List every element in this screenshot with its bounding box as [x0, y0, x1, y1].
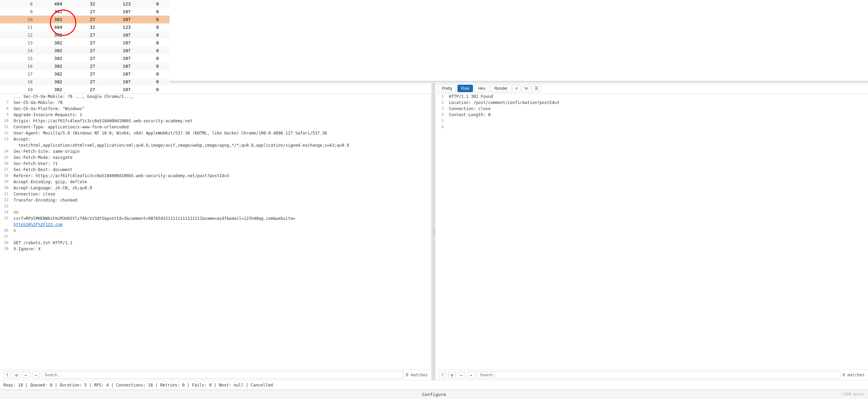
table-row[interactable]: 10 302 27 107 0 — [0, 16, 170, 23]
table-row[interactable]: 13 302 27 107 0 — [0, 39, 170, 47]
table-row[interactable]: 16 302 27 107 0 — [0, 62, 170, 70]
left-code-line: 13Accept: — [0, 136, 431, 143]
table-row[interactable]: 9 302 27 107 0 — [0, 8, 170, 16]
left-code-line: 25csrf=RPalMHEBWbiFmiM3U6SYlzfAbcVzSQt5&… — [0, 216, 431, 222]
line-number: 14 — [0, 149, 12, 154]
left-code-line: 12User-Agent: Mozilla/5.0 (Windows NT 10… — [0, 130, 431, 136]
line-content: Sec-Ch-Ua-Platform: "Windows" — [12, 106, 431, 112]
table-row[interactable]: 14 302 27 107 0 — [0, 47, 170, 55]
line-number: 21 — [0, 192, 12, 197]
left-prev-icon[interactable]: ← — [22, 371, 30, 379]
left-code-line: 10Origin: https://acf61fc4leaf1c3cc0a510… — [0, 118, 431, 124]
left-next-icon[interactable]: → — [32, 371, 39, 379]
left-code-area: ... Sec-Ch-Ua-Mobile: ?0 ..., Google Chr… — [0, 94, 431, 370]
row-id: 8 — [0, 0, 39, 8]
right-tab-newline[interactable]: \n — [522, 85, 531, 92]
row-id: 15 — [0, 55, 39, 62]
line-content: Connection: close — [447, 106, 868, 112]
row-col1: 302 — [39, 70, 77, 78]
line-content: Content-Type: application/x-www-form-url… — [12, 125, 431, 130]
right-tab-raw[interactable]: Raw — [457, 85, 473, 92]
table-row[interactable]: 15 302 27 107 0 — [0, 55, 170, 62]
line-number: 11 — [0, 125, 12, 130]
line-number: 1 — [435, 94, 447, 100]
row-id: 14 — [0, 47, 39, 55]
right-matches-count: 0 matches — [843, 373, 865, 377]
row-col2: 27 — [77, 31, 108, 39]
left-search-input[interactable] — [41, 371, 404, 379]
right-help-icon[interactable]: ? — [439, 371, 446, 379]
row-col1: 302 — [39, 55, 77, 62]
right-search-bar: ? ⚙ ← → 0 matches — [435, 370, 868, 380]
row-id: 17 — [0, 70, 39, 78]
left-code-line: 23 — [0, 204, 431, 210]
right-search-input[interactable] — [477, 371, 841, 379]
left-matches-count: 0 matches — [406, 373, 428, 377]
line-number: 24 — [0, 210, 12, 215]
line-content: Sec-Fetch-Site: same-origin — [12, 149, 431, 154]
row-col3: 107 — [108, 62, 145, 70]
right-tab-menu[interactable]: ☰ — [532, 85, 541, 92]
pane-divider[interactable] — [433, 83, 435, 380]
left-code-line: 21Connection: close — [0, 191, 431, 197]
left-code-line: 28GET /robots.txt HTTP/1.1 — [0, 240, 431, 246]
right-tab-pretty[interactable]: Pretty — [438, 85, 456, 92]
right-prev-icon[interactable]: ← — [458, 371, 465, 379]
table-row[interactable]: 8 404 32 123 0 — [0, 0, 170, 8]
row-col3: 107 — [108, 70, 145, 78]
line-number: 12 — [0, 131, 12, 136]
line-number: 16 — [0, 161, 12, 167]
right-tab-hex[interactable]: Hex — [474, 85, 489, 92]
line-content: ... Sec-Ch-Ua-Mobile: ?0 ..., Google Chr… — [12, 94, 431, 100]
line-number: 29 — [0, 247, 12, 252]
line-content: Sec-Ch-Ua-Mobile: ?0 — [12, 100, 431, 106]
row-col1: 404 — [39, 23, 77, 31]
left-settings-icon[interactable]: ⚙ — [13, 371, 20, 379]
configure-bar[interactable]: Configure — [0, 390, 868, 399]
right-tab-filter[interactable]: ≡ — [513, 85, 520, 92]
row-col3: 123 — [108, 23, 145, 31]
left-code-line: 2488 — [0, 210, 431, 216]
line-number: 15 — [0, 155, 12, 161]
line-content: http%3A%2F%2F123.com — [12, 222, 431, 228]
row-col2: 27 — [77, 86, 108, 93]
line-content: Origin: https://acf61fc4leaf1c3cc0a51040… — [12, 119, 431, 124]
row-col4: 0 — [145, 70, 170, 78]
row-col3: 107 — [108, 78, 145, 86]
line-content: Transfer-Encoding: chunked — [12, 198, 431, 203]
table-row[interactable]: 17 302 27 107 0 — [0, 70, 170, 78]
configure-label: Configure — [422, 392, 446, 397]
right-code-line: 2Location: /post/comment/confirmation?po… — [435, 100, 868, 106]
line-content: text/html,application/xhtml+xml,applicat… — [12, 143, 431, 148]
line-number: 8 — [0, 106, 12, 112]
row-col2: 27 — [77, 47, 108, 55]
table-row[interactable]: 12 302 27 107 0 — [0, 31, 170, 39]
line-number: 6 — [435, 125, 447, 130]
row-col2: 27 — [77, 8, 108, 16]
right-tab-render[interactable]: Render — [491, 85, 511, 92]
table-row[interactable]: 19 302 27 107 0 — [0, 86, 170, 93]
line-content: Sec-Fetch-Dest: document — [12, 167, 431, 173]
line-content: Upgrade-Insecure-Requests: 1 — [12, 112, 431, 118]
line-content: Accept-Encoding: gzip, deflate — [12, 180, 431, 185]
line-content: GET /robots.txt HTTP/1.1 — [12, 240, 431, 246]
row-col2: 27 — [77, 62, 108, 70]
line-number: 18 — [0, 173, 12, 179]
row-col3: 107 — [108, 39, 145, 47]
line-content: Connection: close — [12, 192, 431, 197]
right-settings-icon[interactable]: ⚙ — [448, 371, 456, 379]
left-code-line: http%3A%2F%2F123.com — [0, 222, 431, 228]
row-col4: 0 — [145, 62, 170, 70]
row-col4: 0 — [145, 0, 170, 8]
row-col1: 302 — [39, 39, 77, 47]
left-help-icon[interactable]: ? — [3, 371, 11, 379]
row-col4: 0 — [145, 31, 170, 39]
row-col4: 0 — [145, 8, 170, 16]
row-col1: 302 — [39, 47, 77, 55]
table-row[interactable]: 18 302 27 107 0 — [0, 78, 170, 86]
table-row[interactable]: 11 404 32 123 0 — [0, 23, 170, 31]
line-content: Accept-Language: zh-CN, zh;q=0.9 — [12, 186, 431, 191]
right-next-icon[interactable]: → — [467, 371, 475, 379]
line-number: 5 — [435, 119, 447, 124]
line-number: 26 — [0, 228, 12, 234]
